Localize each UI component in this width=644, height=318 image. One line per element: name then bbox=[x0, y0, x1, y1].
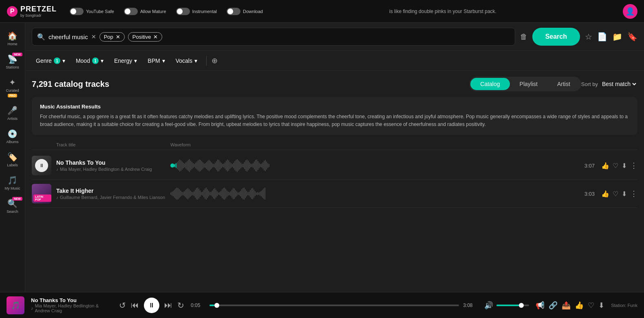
labels-icon: 🏷️ bbox=[7, 152, 18, 162]
tab-catalog[interactable]: Catalog bbox=[470, 78, 509, 90]
energy-filter-btn[interactable]: Energy ▾ bbox=[110, 55, 141, 66]
sidebar-item-search[interactable]: 🔍 Search NEW bbox=[1, 195, 24, 217]
sidebar-item-artists[interactable]: 🎤 Artists bbox=[1, 102, 24, 124]
mood-filter-btn[interactable]: Mood 1 ▾ bbox=[72, 55, 108, 66]
player-heart-icon[interactable]: ♡ bbox=[588, 301, 594, 310]
track-row[interactable]: ⏸ No Thanks To You ♪ Mia Mayer, Hadley B… bbox=[32, 152, 637, 180]
search-button[interactable]: Search bbox=[532, 28, 580, 46]
youtube-safe-label: YouTube Safe bbox=[86, 9, 114, 14]
player-next-btn[interactable]: ⏭ bbox=[164, 300, 172, 310]
sidebar-item-albums[interactable]: 💿 Albums bbox=[1, 126, 24, 147]
player-title: No Thanks To You bbox=[31, 297, 112, 303]
track-more-1[interactable]: ⋮ bbox=[630, 161, 637, 170]
toggle-instrumental[interactable]: Instrumental bbox=[176, 8, 217, 15]
track-thumbup-icon-2[interactable]: 👍 bbox=[601, 190, 609, 198]
player-total-time: 3:08 bbox=[463, 303, 478, 308]
player-thumbup-icon[interactable]: 👍 bbox=[575, 301, 584, 310]
sidebar-item-labels[interactable]: 🏷️ Labels bbox=[1, 149, 24, 170]
sort-by-label: Sort by bbox=[581, 81, 598, 87]
home-icon: 🏠 bbox=[7, 31, 18, 41]
search-input-wrap[interactable]: 🔍 cheerful music ✕ Pop ✕ Positive ✕ bbox=[32, 28, 515, 46]
energy-filter-label: Energy bbox=[114, 57, 132, 64]
file-icon[interactable]: 📁 bbox=[612, 32, 622, 42]
player-download-icon[interactable]: ⬇ bbox=[598, 301, 604, 310]
track-download-icon-1[interactable]: ⬇ bbox=[622, 162, 627, 170]
player-current-time: 0:05 bbox=[191, 303, 205, 308]
star-icon[interactable]: ☆ bbox=[585, 32, 592, 42]
bpm-filter-btn[interactable]: BPM ▾ bbox=[143, 55, 169, 66]
bottom-player: 🎵 No Thanks To You ♪ Mia Mayer, Hadley B… bbox=[0, 292, 644, 318]
add-filter-btn[interactable]: ⊕ bbox=[212, 56, 218, 65]
sidebar-labels-label: Labels bbox=[7, 163, 18, 167]
player-rewind-btn[interactable]: ↺ bbox=[119, 300, 126, 310]
mood-filter-label: Mood bbox=[76, 57, 90, 64]
energy-chevron-icon: ▾ bbox=[134, 57, 137, 64]
search-input-icon: 🔍 bbox=[37, 33, 45, 41]
toggle-download[interactable]: Download bbox=[227, 8, 263, 15]
youtube-safe-toggle[interactable] bbox=[70, 8, 84, 15]
genre-filter-btn[interactable]: Genre 1 ▾ bbox=[32, 55, 69, 66]
tab-playlist[interactable]: Playlist bbox=[510, 78, 547, 90]
filters-bar: Genre 1 ▾ Mood 1 ▾ Energy ▾ BPM ▾ Vocals… bbox=[25, 51, 644, 71]
track-more-2[interactable]: ⋮ bbox=[630, 189, 637, 198]
track-thumbup-icon-1[interactable]: 👍 bbox=[601, 162, 609, 170]
sort-select[interactable]: Best match Newest Oldest bbox=[600, 80, 637, 88]
sidebar-item-curated[interactable]: ✦ Curated PRO bbox=[1, 74, 24, 101]
player-export-icon[interactable]: 📤 bbox=[562, 301, 571, 310]
player-progress-bar[interactable] bbox=[210, 305, 459, 306]
results-header: 7,291 catalog tracks Catalog Playlist Ar… bbox=[25, 71, 644, 97]
player-announce-icon[interactable]: 📢 bbox=[536, 301, 545, 310]
search-tag-pop-remove[interactable]: ✕ bbox=[116, 34, 120, 40]
track-list-header: Track title Waveform bbox=[32, 140, 637, 150]
track-artists-1: ♪ Mia Mayer, Hadley Bedlington & Andrew … bbox=[56, 167, 170, 172]
player-artists-text: Mia Mayer, Hadley Bedlington & Andrew Cr… bbox=[35, 303, 113, 313]
volume-icon[interactable]: 🔊 bbox=[484, 301, 493, 310]
track-artists-text-1: Mia Mayer, Hadley Bedlington & Andrew Cr… bbox=[60, 167, 152, 172]
instrumental-label: Instrumental bbox=[192, 9, 217, 14]
sidebar-item-home[interactable]: 🏠 Home bbox=[1, 28, 24, 49]
svg-text:P: P bbox=[10, 8, 15, 15]
sidebar-home-label: Home bbox=[7, 42, 17, 46]
player-progress-fill bbox=[210, 305, 214, 306]
track-heart-icon-2[interactable]: ♡ bbox=[613, 190, 618, 198]
download-toggle[interactable] bbox=[227, 8, 240, 15]
vocals-filter-btn[interactable]: Vocals ▾ bbox=[172, 55, 201, 66]
track-row[interactable]: LATIN POP Take It Higher ♪ Guillaume Ber… bbox=[32, 180, 637, 208]
track-title-1: No Thanks To You bbox=[56, 159, 170, 166]
player-link-icon[interactable]: 🔗 bbox=[549, 301, 558, 310]
track-info-2: Take It Higher ♪ Guillaume Bernard, Javi… bbox=[56, 188, 170, 200]
doc-icon[interactable]: 📄 bbox=[597, 32, 607, 42]
search-tag-positive[interactable]: Positive ✕ bbox=[128, 32, 163, 42]
toggle-allow-mature[interactable]: Allow Mature bbox=[124, 8, 166, 15]
marquee: is like finding double pinks in your Sta… bbox=[273, 9, 613, 14]
player-playpause-btn[interactable]: ⏸ bbox=[144, 298, 159, 313]
search-tag-pop[interactable]: Pop ✕ bbox=[99, 32, 125, 42]
search-trash-icon[interactable]: 🗑 bbox=[520, 33, 527, 41]
sidebar-item-mymusic[interactable]: 🎵 My Music bbox=[1, 172, 24, 194]
search-new-badge: NEW bbox=[12, 197, 22, 201]
track-play-btn-1[interactable]: ⏸ bbox=[35, 159, 48, 172]
download-label: Download bbox=[243, 9, 263, 14]
sidebar-item-stations[interactable]: 📡 Stations NEW bbox=[1, 51, 24, 73]
track-download-icon-2[interactable]: ⬇ bbox=[622, 190, 627, 198]
player-artists-icon: ♪ bbox=[31, 306, 33, 311]
artists-icon-1: ♪ bbox=[56, 167, 58, 172]
instrumental-toggle[interactable] bbox=[176, 8, 190, 15]
latin-pop-label: LATIN POP bbox=[33, 194, 51, 202]
search-clear-icon[interactable]: ✕ bbox=[91, 33, 96, 40]
player-repeat-btn[interactable]: ↻ bbox=[177, 300, 184, 310]
header-waveform: Waveform bbox=[170, 142, 191, 147]
allow-mature-toggle[interactable] bbox=[124, 8, 138, 15]
player-prev-btn[interactable]: ⏮ bbox=[131, 300, 139, 310]
search-tag-positive-label: Positive bbox=[132, 34, 151, 40]
tab-artist[interactable]: Artist bbox=[547, 78, 580, 90]
sidebar-mymusic-label: My Music bbox=[5, 186, 20, 190]
user-avatar[interactable]: 👤 bbox=[623, 4, 637, 19]
albums-icon: 💿 bbox=[7, 129, 18, 139]
player-artists: ♪ Mia Mayer, Hadley Bedlington & Andrew … bbox=[31, 303, 112, 313]
track-heart-icon-1[interactable]: ♡ bbox=[613, 162, 618, 170]
bookmark-icon[interactable]: 🔖 bbox=[627, 32, 637, 42]
toggle-youtube-safe[interactable]: YouTube Safe bbox=[70, 8, 114, 15]
volume-bar[interactable] bbox=[496, 305, 529, 306]
search-tag-positive-remove[interactable]: ✕ bbox=[153, 34, 158, 40]
